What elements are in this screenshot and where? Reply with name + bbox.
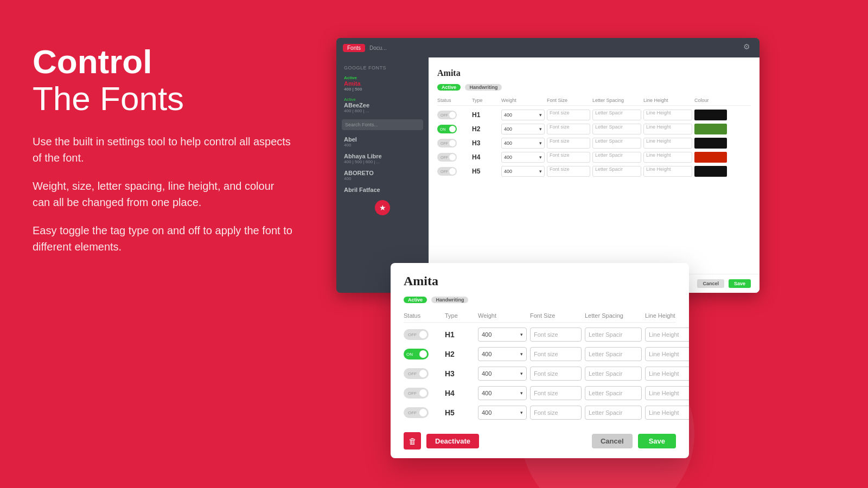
lineheight-h3-small[interactable]: Line Height (643, 138, 692, 149)
sidebar-item-abhaya[interactable]: Abhaya Libre 400 | 500 | 600 | ... (336, 150, 429, 167)
cancel-button-small[interactable]: Cancel (697, 279, 724, 288)
lineheight-h1-large[interactable]: Line Height (645, 328, 689, 342)
fontsize-h3-large[interactable]: Font size (530, 367, 582, 381)
weight-h1-large[interactable]: 400▾ (478, 328, 527, 342)
weight-h4-large[interactable]: 400▾ (478, 386, 527, 400)
toggle-h3-large[interactable]: OFF (404, 368, 429, 379)
lineheight-h1-small[interactable]: Line Height (643, 110, 692, 120)
weight-h2-large[interactable]: 400▾ (478, 347, 527, 361)
fontsize-h1-small[interactable]: Font size (547, 110, 590, 120)
sidebar-search[interactable]: Search Fonts... (342, 119, 423, 130)
description-2: Weight, size, letter spacing, line heigh… (33, 178, 293, 210)
star-button[interactable]: ★ (375, 200, 390, 215)
color-h5-small[interactable] (694, 166, 727, 177)
table-row-h1-small: OFF H1 400▾ Font size Letter Spacir Line… (437, 108, 751, 122)
tab-document[interactable]: Docu... (369, 45, 387, 51)
toggle-h1-large[interactable]: OFF (404, 329, 429, 340)
color-h1-small[interactable] (694, 110, 727, 120)
toggle-h4-small[interactable]: OFF (437, 153, 457, 162)
table-row-h3-large: OFF H3 400▾ Font size Letter Spacir Line… (404, 364, 676, 383)
description-1: Use the built in settings tool to help c… (33, 133, 293, 166)
cancel-button-large[interactable]: Cancel (592, 434, 633, 448)
letterspacing-h1-large[interactable]: Letter Spacir (585, 328, 642, 342)
letterspacing-h5-large[interactable]: Letter Spacir (585, 406, 642, 420)
save-button-large[interactable]: Save (638, 434, 676, 448)
deactivate-button-large[interactable]: Deactivate (426, 434, 479, 448)
weight-h2-small[interactable]: 400▾ (501, 124, 545, 134)
color-h3-small[interactable] (694, 138, 727, 149)
lineheight-h2-small[interactable]: Line Height (643, 124, 692, 134)
toggle-h2-large[interactable]: ON (404, 349, 429, 359)
weight-h5-small[interactable]: 400▾ (501, 166, 545, 177)
tab-fonts[interactable]: Fonts (343, 44, 365, 52)
fontsize-h1-large[interactable]: Font size (530, 328, 582, 342)
lineheight-h3-large[interactable]: Line Height (645, 367, 689, 381)
lineheight-h4-large[interactable]: Line Height (645, 386, 689, 400)
footer-large: 🗑 Deactivate Cancel Save (404, 425, 676, 458)
weight-h3-large[interactable]: 400▾ (478, 367, 527, 381)
fontsize-h3-small[interactable]: Font size (547, 138, 590, 149)
tag-row-small: Active Handwriting (437, 81, 751, 91)
left-panel: Control The Fonts Use the built in setti… (33, 43, 293, 267)
right-panel: Fonts Docu... ⚙ Google Fonts Active Amit… (320, 0, 868, 488)
fontsize-h2-large[interactable]: Font size (530, 347, 582, 361)
letterspacing-h2-small[interactable]: Letter Spacir (592, 124, 641, 134)
table-row-h3-small: OFF H3 400▾ Font size Letter Spacir Line… (437, 136, 751, 150)
lineheight-h2-large[interactable]: Line Height (645, 347, 689, 361)
toggle-h5-large[interactable]: OFF (404, 407, 429, 418)
window-body: Google Fonts Active Amita 400 | 500 Acti… (336, 57, 760, 293)
tag-handwriting-small[interactable]: Handwriting (465, 84, 502, 91)
fontsize-h4-small[interactable]: Font size (547, 152, 590, 163)
sidebar-item-abeezee[interactable]: Active ABeeZee 400 | 600 | ... (336, 94, 429, 116)
sidebar-item-abel[interactable]: Abel 400 (336, 133, 429, 150)
lineheight-h5-small[interactable]: Line Height (643, 166, 692, 177)
app-window-background: Fonts Docu... ⚙ Google Fonts Active Amit… (336, 38, 760, 293)
tag-row-large: Active Handwriting (404, 294, 676, 304)
table-header-large: Status Type Weight Font Size Letter Spac… (404, 308, 676, 323)
fontsize-h5-small[interactable]: Font size (547, 166, 590, 177)
lineheight-h5-large[interactable]: Line Height (645, 406, 689, 420)
letterspacing-h3-small[interactable]: Letter Spacir (592, 138, 641, 149)
tag-handwriting-large[interactable]: Handwriting (431, 297, 468, 303)
fontsize-h4-large[interactable]: Font size (530, 386, 582, 400)
trash-button-large[interactable]: 🗑 (404, 432, 421, 450)
fontsize-h2-small[interactable]: Font size (547, 124, 590, 134)
sidebar-item-abril[interactable]: Abril Fatface (336, 184, 429, 196)
table-header-small: Status Type Weight Font Size Letter Spac… (437, 94, 751, 106)
letterspacing-h4-large[interactable]: Letter Spacir (585, 386, 642, 400)
color-h2-small[interactable] (694, 124, 727, 134)
letterspacing-h4-small[interactable]: Letter Spacir (592, 152, 641, 163)
toggle-h2-small[interactable]: ON (437, 125, 457, 133)
headline-bold: Control (33, 43, 293, 80)
sidebar-item-aboreto[interactable]: ABORETO 400 (336, 167, 429, 184)
toggle-h3-small[interactable]: OFF (437, 139, 457, 147)
weight-h4-small[interactable]: 400▾ (501, 152, 545, 163)
table-row-h5-large: OFF H5 400▾ Font size Letter Spacir Line… (404, 403, 676, 422)
table-row-h2-large: ON H2 400▾ Font size Letter Spacir Line … (404, 344, 676, 364)
weight-h3-small[interactable]: 400▾ (501, 138, 545, 149)
font-title-small: Amita (437, 68, 751, 78)
letterspacing-h5-small[interactable]: Letter Spacir (592, 166, 641, 177)
sidebar-item-amita[interactable]: Active Amita 400 | 500 (336, 73, 429, 94)
headline-light: The Fonts (33, 80, 293, 117)
table-row-h4-large: OFF H4 400▾ Font size Letter Spacir Line… (404, 383, 676, 403)
tag-active-small[interactable]: Active (437, 84, 461, 91)
description-3: Easy toggle the tag type on and off to a… (33, 222, 293, 255)
tag-active-large[interactable]: Active (404, 297, 427, 303)
window-bar: Fonts Docu... ⚙ (336, 38, 760, 57)
weight-h5-large[interactable]: 400▾ (478, 406, 527, 420)
letterspacing-h2-large[interactable]: Letter Spacir (585, 347, 642, 361)
toggle-h1-small[interactable]: OFF (437, 111, 457, 119)
letterspacing-h3-large[interactable]: Letter Spacir (585, 367, 642, 381)
fontsize-h5-large[interactable]: Font size (530, 406, 582, 420)
weight-h1-small[interactable]: 400▾ (501, 110, 545, 120)
save-button-small[interactable]: Save (729, 279, 751, 288)
color-h4-small[interactable] (694, 152, 727, 163)
sidebar-section-label: Google Fonts (336, 63, 429, 73)
lineheight-h4-small[interactable]: Line Height (643, 152, 692, 163)
toggle-h4-large[interactable]: OFF (404, 388, 429, 399)
toggle-h5-small[interactable]: OFF (437, 167, 457, 176)
letterspacing-h1-small[interactable]: Letter Spacir (592, 110, 641, 120)
gear-icon[interactable]: ⚙ (743, 42, 753, 52)
table-row-h2-small: ON H2 400▾ Font size Letter Spacir Line … (437, 122, 751, 136)
